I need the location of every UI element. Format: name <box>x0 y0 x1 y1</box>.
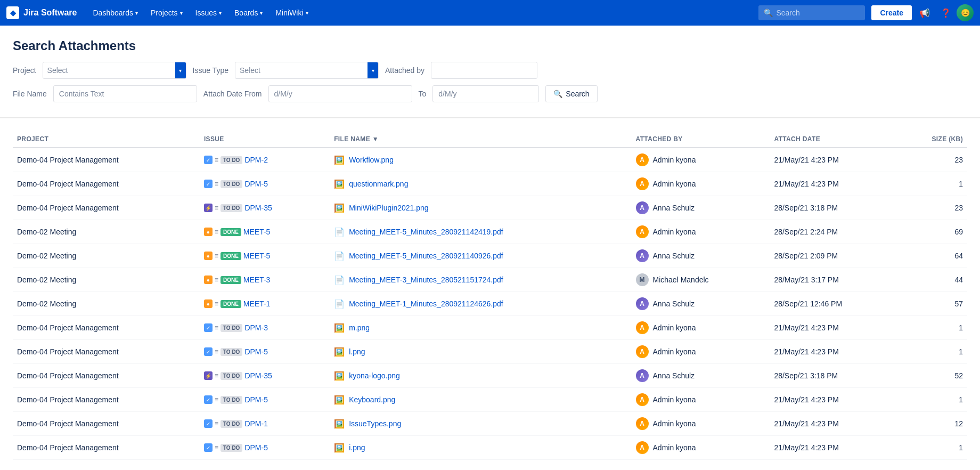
user-name: Anna Schulz <box>653 252 695 260</box>
user-name: Anna Schulz <box>653 371 695 380</box>
create-button[interactable]: Create <box>871 5 912 20</box>
user-name: Anna Schulz <box>653 299 695 308</box>
issue-link[interactable]: DPM-2 <box>244 156 268 164</box>
issue-link[interactable]: DPM-3 <box>244 323 268 332</box>
cell-issue: ✓ ≡ TO DO DPM-1 <box>200 412 330 436</box>
col-project: Project <box>13 131 200 148</box>
search-button[interactable]: 🔍 Search <box>545 85 597 102</box>
file-link[interactable]: kyona-logo.png <box>349 371 400 380</box>
col-size: Size (kb) <box>900 131 967 148</box>
cell-size: 12 <box>900 412 967 436</box>
user-name: Michael Mandelc <box>653 275 709 284</box>
cell-project: Demo-04 Project Management <box>13 412 200 436</box>
status-badge: TO DO <box>220 396 242 404</box>
cell-project: Demo-04 Project Management <box>13 364 200 388</box>
cell-attached-by: A Admin kyona <box>632 316 770 340</box>
user-name: Admin kyona <box>653 180 696 188</box>
status-badge: TO DO <box>220 444 242 452</box>
cell-attach-date: 21/May/21 4:23 PM <box>770 316 900 340</box>
file-type-icon: 🖼️ <box>334 203 345 213</box>
col-filename[interactable]: File Name ▼ <box>330 131 631 148</box>
cell-issue: ✓ ≡ TO DO DPM-3 <box>200 316 330 340</box>
cell-attached-by: M Michael Mandelc <box>632 268 770 292</box>
search-btn-label: Search <box>566 90 589 98</box>
nav-miniwiki[interactable]: MiniWiki ▾ <box>270 0 313 26</box>
file-link[interactable]: Meeting_MEET-3_Minutes_280521151724.pdf <box>349 275 503 284</box>
issue-priority-icon: ≡ <box>215 204 218 212</box>
user-avatar: A <box>636 297 649 310</box>
issue-priority-icon: ≡ <box>215 420 218 427</box>
issue-link[interactable]: MEET-1 <box>243 299 271 308</box>
attached-by-label: Attached by <box>385 66 424 75</box>
cell-attach-date: 21/May/21 4:23 PM <box>770 172 900 196</box>
nav-issues[interactable]: Issues ▾ <box>190 0 227 26</box>
project-select[interactable]: Select ▾ <box>43 62 186 79</box>
issue-link[interactable]: DPM-5 <box>244 347 268 356</box>
issue-type-select-chevron-icon: ▾ <box>368 62 378 78</box>
user-name: Anna Schulz <box>653 204 695 212</box>
issue-link[interactable]: DPM-1 <box>244 419 268 428</box>
file-link[interactable]: l.png <box>349 347 365 356</box>
cell-filename: 🖼️ l.png <box>330 340 631 364</box>
brand-name: Jira Software <box>23 8 77 18</box>
user-avatar: A <box>636 177 649 190</box>
file-link[interactable]: questionmark.png <box>349 180 408 188</box>
status-badge: DONE <box>220 252 241 260</box>
nav-search-box[interactable]: 🔍 <box>758 5 865 20</box>
issue-link[interactable]: DPM-35 <box>244 371 272 380</box>
user-avatar: A <box>636 321 649 334</box>
search-icon: 🔍 <box>764 9 773 17</box>
issue-type-icon: ✓ <box>204 347 213 356</box>
file-link[interactable]: Keyboard.png <box>349 395 395 404</box>
cell-attached-by: A Anna Schulz <box>632 292 770 316</box>
status-badge: DONE <box>220 300 241 308</box>
cell-filename: 🖼️ IssueTypes.png <box>330 412 631 436</box>
issue-type-icon: ● <box>204 275 213 284</box>
file-link[interactable]: IssueTypes.png <box>349 419 401 428</box>
file-link[interactable]: Meeting_MEET-1_Minutes_280921124626.pdf <box>349 299 503 308</box>
user-avatar-button[interactable]: 😊 <box>957 4 974 21</box>
cell-filename: 🖼️ Keyboard.png <box>330 388 631 412</box>
issue-priority-icon: ≡ <box>215 276 218 283</box>
issue-type-icon: ✓ <box>204 443 213 452</box>
attach-date-from-input[interactable] <box>268 85 412 102</box>
nav-projects[interactable]: Projects ▾ <box>145 0 188 26</box>
file-name-input[interactable] <box>53 85 197 102</box>
search-input[interactable] <box>776 9 860 17</box>
nav-boards[interactable]: Boards ▾ <box>229 0 268 26</box>
issue-link[interactable]: MEET-5 <box>243 228 271 236</box>
issue-type-select[interactable]: Select ▾ <box>235 62 379 79</box>
file-link[interactable]: Workflow.png <box>349 156 394 164</box>
cell-issue: ✓ ≡ TO DO DPM-5 <box>200 172 330 196</box>
file-link[interactable]: i.png <box>349 443 365 452</box>
issue-priority-icon: ≡ <box>215 156 218 164</box>
help-button[interactable]: ❓ <box>937 4 954 21</box>
cell-size: 57 <box>900 292 967 316</box>
notifications-button[interactable]: 📢 <box>916 4 933 21</box>
file-link[interactable]: MiniWikiPlugin2021.png <box>349 204 428 212</box>
issue-link[interactable]: DPM-5 <box>244 180 268 188</box>
issue-link[interactable]: DPM-5 <box>244 395 268 404</box>
issue-link[interactable]: MEET-3 <box>243 275 271 284</box>
table-row: Demo-04 Project Management ✓ ≡ TO DO DPM… <box>13 412 967 436</box>
nav-dashboards[interactable]: Dashboards ▾ <box>87 0 143 26</box>
file-link[interactable]: Meeting_MEET-5_Minutes_280921142419.pdf <box>349 228 503 236</box>
user-avatar: A <box>636 153 649 166</box>
issue-type-icon: ✓ <box>204 419 213 428</box>
cell-filename: 📄 Meeting_MEET-5_Minutes_280921140926.pd… <box>330 244 631 268</box>
attached-by-input[interactable] <box>431 62 537 79</box>
file-link[interactable]: m.png <box>349 323 370 332</box>
attachments-table: Project Issue File Name ▼ Attached by At… <box>13 131 967 460</box>
issues-chevron-icon: ▾ <box>219 10 222 16</box>
attach-date-to-input[interactable] <box>432 85 539 102</box>
cell-attached-by: A Admin kyona <box>632 436 770 460</box>
file-link[interactable]: Meeting_MEET-5_Minutes_280921140926.pdf <box>349 252 503 260</box>
project-label: Project <box>13 66 36 75</box>
issue-link[interactable]: MEET-5 <box>243 252 271 260</box>
cell-size: 1 <box>900 340 967 364</box>
table-row: Demo-04 Project Management ✓ ≡ TO DO DPM… <box>13 340 967 364</box>
file-type-icon: 🖼️ <box>334 419 345 429</box>
brand[interactable]: ◆ Jira Software <box>6 6 77 19</box>
issue-link[interactable]: DPM-35 <box>244 204 272 212</box>
issue-link[interactable]: DPM-5 <box>244 443 268 452</box>
